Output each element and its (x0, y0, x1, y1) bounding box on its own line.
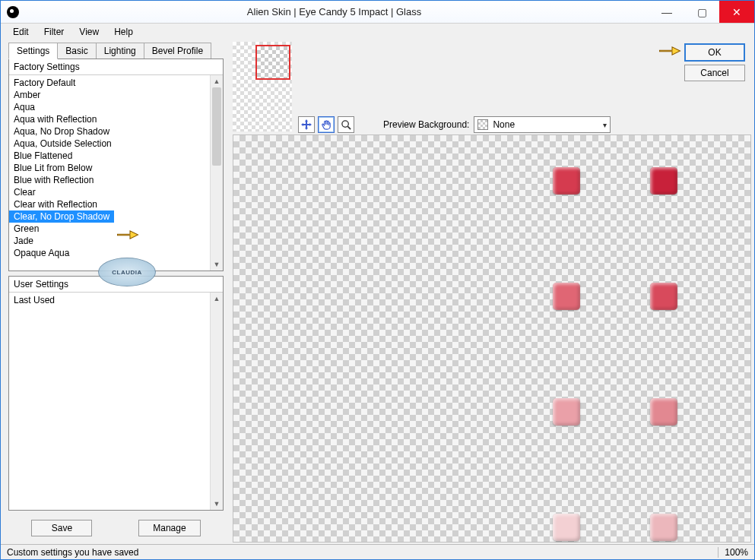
list-item[interactable]: Aqua, Outside Selection (9, 138, 210, 150)
tab-bevel-profile[interactable]: Bevel Profile (144, 43, 211, 59)
navigator-viewport[interactable] (255, 45, 290, 80)
zoom-level: 100% (718, 547, 748, 558)
scroll-up-icon[interactable]: ▲ (211, 75, 223, 87)
menu-edit[interactable]: Edit (7, 25, 35, 39)
window-title: Alien Skin | Eye Candy 5 Impact | Glass (19, 6, 649, 17)
list-item[interactable]: Last Used (9, 294, 210, 306)
canvas-tool-icons (298, 116, 354, 133)
list-item[interactable]: Clear with Reflection (9, 198, 210, 210)
preview-background-value: None (493, 119, 515, 130)
hand-tool-icon[interactable] (318, 116, 335, 133)
preview-background-select[interactable]: None ▾ (474, 116, 611, 133)
factory-header: Factory Settings (9, 59, 223, 75)
list-item[interactable]: Opaque Aqua (9, 247, 210, 259)
list-item[interactable]: Blue Lit from Below (9, 162, 210, 174)
list-item[interactable]: Green (9, 223, 210, 235)
list-item[interactable]: Jade (9, 235, 210, 247)
tab-settings[interactable]: Settings (8, 43, 58, 59)
left-panel: SettingsBasicLightingBevel Profile Facto… (1, 40, 231, 544)
preview-object (553, 283, 580, 310)
cancel-button[interactable]: Cancel (684, 65, 745, 81)
list-item[interactable]: Blue with Reflection (9, 174, 210, 186)
factory-settings-list: Factory Settings Factory DefaultAmberAqu… (8, 59, 224, 271)
menubar: EditFilterViewHelp (1, 24, 754, 40)
app-icon (7, 6, 19, 18)
preview-object (553, 398, 580, 426)
dialog-buttons: OK Cancel (684, 43, 745, 81)
list-item[interactable]: Aqua, No Drop Shadow (9, 125, 210, 138)
preview-background-label: Preview Background: (383, 119, 469, 130)
scroll-thumb[interactable] (212, 87, 221, 166)
menu-help[interactable]: Help (108, 25, 139, 39)
preview-controls: Preview Background: None ▾ OK Cancel (231, 40, 754, 133)
status-text: Custom settings you have saved (7, 547, 138, 558)
user-settings-list: User Settings Last Used ▲ ▼ (8, 276, 224, 511)
user-header: User Settings (9, 277, 223, 293)
list-item[interactable]: Clear, No Drop Shadow (9, 210, 114, 223)
list-item[interactable]: Amber (9, 89, 210, 101)
scroll-down-icon[interactable]: ▼ (211, 258, 223, 271)
ok-button[interactable]: OK (684, 43, 745, 62)
preview-object (650, 398, 677, 426)
tab-basic[interactable]: Basic (57, 43, 96, 59)
move-tool-icon[interactable] (298, 116, 315, 133)
content-area: SettingsBasicLightingBevel Profile Facto… (1, 40, 754, 544)
factory-scrollbar[interactable]: ▲ ▼ (210, 75, 223, 271)
maximize-button[interactable]: ▢ (684, 1, 719, 23)
statusbar: Custom settings you have saved 100% (1, 544, 754, 559)
window-controls: — ▢ ✕ (649, 1, 754, 23)
preview-object (650, 283, 677, 310)
preview-canvas[interactable] (233, 134, 751, 543)
chevron-down-icon: ▾ (603, 121, 607, 129)
pointer-hand-annotation-ok (658, 43, 681, 59)
svg-line-1 (347, 126, 351, 129)
menu-view[interactable]: View (73, 25, 105, 39)
navigator-thumbnail[interactable] (233, 42, 292, 131)
list-item[interactable]: Factory Default (9, 77, 210, 89)
titlebar: Alien Skin | Eye Candy 5 Impact | Glass … (1, 1, 754, 24)
factory-list-body[interactable]: Factory DefaultAmberAquaAqua with Reflec… (9, 75, 223, 271)
menu-filter[interactable]: Filter (38, 25, 71, 39)
preview-object (553, 514, 580, 541)
preview-object (553, 167, 580, 195)
zoom-tool-icon[interactable] (338, 116, 354, 133)
tab-lighting[interactable]: Lighting (96, 43, 144, 59)
list-item[interactable]: Blue Flattened (9, 150, 210, 162)
user-scrollbar[interactable]: ▲ ▼ (210, 293, 223, 510)
list-item[interactable]: Clear (9, 186, 210, 198)
tab-strip: SettingsBasicLightingBevel Profile (1, 42, 231, 59)
scroll-down-icon[interactable]: ▼ (211, 498, 223, 510)
right-panel: Preview Background: None ▾ OK Cancel (231, 40, 754, 544)
scroll-up-icon[interactable]: ▲ (211, 293, 223, 305)
user-list-body[interactable]: Last Used ▲ ▼ (9, 293, 223, 510)
save-button[interactable]: Save (31, 520, 92, 536)
minimize-button[interactable]: — (649, 1, 684, 23)
app-window: Alien Skin | Eye Candy 5 Impact | Glass … (0, 0, 755, 560)
transparency-swatch-icon (477, 119, 488, 130)
close-button[interactable]: ✕ (719, 1, 754, 23)
preview-object (650, 514, 677, 541)
preview-object (650, 167, 677, 195)
preview-background-row: Preview Background: None ▾ (383, 116, 611, 133)
manage-button[interactable]: Manage (138, 520, 200, 536)
list-item[interactable]: Aqua with Reflection (9, 113, 210, 125)
settings-button-row: Save Manage (1, 515, 231, 538)
list-item[interactable]: Aqua (9, 101, 210, 113)
svg-point-0 (341, 120, 347, 126)
